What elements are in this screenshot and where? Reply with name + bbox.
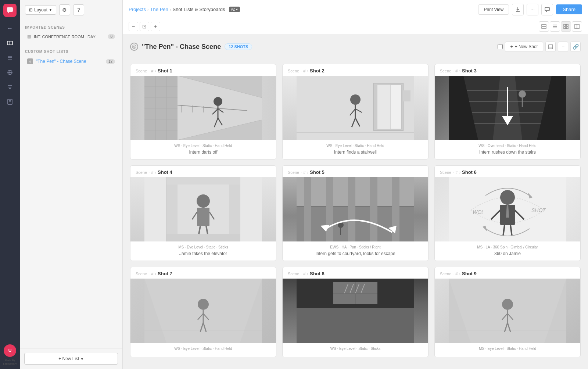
zoom-fit-button[interactable]: ⊡ (140, 22, 149, 31)
breadcrumb-pen[interactable]: The Pen (150, 7, 168, 12)
sidebar: ⊞ Layout ▼ ⚙ ? IMPORTED SCENES ▤ INT. CO… (20, 0, 123, 369)
svg-point-109 (500, 190, 515, 205)
shot-image[interactable] (435, 76, 580, 140)
shot-title[interactable]: Shot 4 (158, 169, 172, 175)
nav-back-icon[interactable]: ← (4, 22, 16, 35)
zoom-in-button[interactable]: + (151, 22, 160, 31)
shot-specs: WS · Eye Level · Static · Sticks (288, 347, 423, 351)
nav-list-icon[interactable] (4, 51, 16, 64)
shot-scene-label: Scene (136, 272, 147, 276)
shot-image[interactable] (283, 177, 428, 241)
shot-scene-label: Scene (288, 170, 299, 175)
shot-card-9: Scene · # › Shot 9 MS · Eye Level · Stat… (434, 267, 581, 357)
layout-icon: ⊞ (29, 7, 33, 12)
zoom-controls: − ⊡ + (129, 22, 160, 31)
more-options-button[interactable]: ··· (527, 4, 538, 15)
help-button[interactable]: ? (73, 4, 84, 15)
breadcrumb-projects[interactable]: Projects (129, 7, 146, 12)
shot-image[interactable] (130, 76, 276, 140)
icon-bar: ← U Made ByLeanometry (0, 0, 20, 369)
sidebar-toolbar: ⊞ Layout ▼ ⚙ ? (20, 0, 122, 20)
shot-title[interactable]: Shot 7 (158, 271, 172, 276)
shot-hash: # (455, 170, 458, 175)
shot-footer: WS · Eye Level · Static · Hand Held Inte… (130, 140, 276, 159)
shot-header: Scene · # › Shot 5 (283, 166, 428, 177)
view-rows-button[interactable] (539, 21, 549, 32)
shot-card-3: Scene · # › Shot 3 (434, 64, 581, 160)
scene-icon: ▤ (27, 34, 31, 39)
user-avatar[interactable]: U (4, 344, 16, 357)
comment-button[interactable] (541, 4, 553, 15)
svg-rect-131 (297, 308, 414, 343)
share-button[interactable]: Share (556, 4, 582, 14)
shot-footer: WS · Eye Level · Static · Hand Held (130, 343, 276, 357)
settings-button[interactable]: ⚙ (59, 4, 70, 15)
view-grid-button[interactable] (561, 21, 571, 32)
nav-filter-icon[interactable] (4, 81, 16, 93)
sidebar-item-label: INT. CONFERENCE ROOM · DAY (34, 35, 96, 39)
shot-scene-label: Scene (440, 272, 451, 276)
shot-specs: MS · Eye Level · Static · Sticks (136, 245, 271, 249)
svg-rect-24 (564, 24, 566, 26)
svg-rect-101 (348, 177, 355, 241)
version-badge[interactable]: v2 ▾ (229, 7, 240, 12)
shot-image[interactable] (130, 177, 276, 241)
shot-title[interactable]: Shot 1 (158, 68, 172, 74)
sidebar-item-conference-room[interactable]: ▤ INT. CONFERENCE ROOM · DAY 0 (22, 32, 120, 42)
scene-count-badge: 0 (108, 34, 115, 39)
shot-hash: # (151, 272, 153, 276)
svg-rect-20 (542, 27, 546, 28)
nav-scene-icon[interactable] (4, 66, 16, 79)
shot-description: Intern darts off (136, 150, 271, 155)
view-list-button[interactable] (550, 21, 560, 32)
shot-title[interactable]: Shot 5 (310, 169, 325, 175)
scene-checkbox[interactable] (498, 44, 503, 49)
shot-arrow: › (307, 272, 308, 276)
new-shot-button[interactable]: + + New Shot (505, 42, 543, 52)
breadcrumb: Projects › The Pen › Shot Lists & Storyb… (129, 7, 240, 12)
scene-header: "The Pen" - Chase Scene 12 SHOTS + + New… (130, 42, 581, 52)
shot-title[interactable]: Shot 6 (462, 169, 477, 175)
shot-image[interactable] (435, 279, 580, 343)
scene-divider (130, 58, 581, 58)
svg-point-50 (214, 97, 222, 106)
shot-footer: MS · Eye Level · Static · Sticks Jamie t… (130, 241, 276, 261)
shot-image[interactable] (283, 76, 428, 140)
layout-button[interactable]: ⊞ Layout ▼ (25, 5, 56, 15)
shot-separator: · (453, 69, 454, 73)
shot-image[interactable] (130, 279, 276, 343)
shot-title[interactable]: Shot 3 (462, 68, 477, 74)
shot-view-list-btn[interactable]: − (558, 42, 568, 52)
shot-footer: EWS · HA · Pan · Sticks / Right Intern g… (283, 241, 428, 261)
shot-title[interactable]: Shot 2 (310, 68, 325, 74)
svg-rect-87 (166, 184, 178, 234)
shot-title[interactable]: Shot 9 (462, 271, 477, 276)
shot-link-btn[interactable]: 🔗 (570, 42, 581, 52)
plus-icon: + (510, 44, 513, 49)
download-button[interactable] (512, 4, 524, 15)
shot-hash: # (455, 272, 458, 276)
shot-specs: EWS · HA · Pan · Sticks / Right (288, 245, 423, 249)
nav-book-icon[interactable] (4, 96, 16, 108)
print-view-button[interactable]: Print View (478, 4, 509, 15)
new-list-button[interactable]: + New List ▼ (24, 353, 118, 365)
shot-card-7: Scene · # › Shot 7 WS · Eye Level · Stat… (130, 267, 276, 357)
made-by-label: Made ByLeanometry (3, 359, 17, 365)
view-full-button[interactable] (572, 21, 582, 32)
shot-description: Intern gets to courtyard, looks for esca… (288, 251, 423, 256)
shot-arrow: › (459, 69, 460, 73)
app-logo[interactable] (3, 4, 17, 17)
sidebar-item-chase-scene[interactable]: ⊙ "The Pen" - Chase Scene 12 (22, 56, 120, 67)
shot-image[interactable] (283, 279, 428, 343)
zoom-out-button[interactable]: − (129, 22, 138, 31)
shot-card-5: Scene · # › Shot 5 (282, 165, 429, 261)
shot-separator: · (148, 272, 150, 276)
shot-header: Scene · # › Shot 6 (435, 166, 580, 177)
shot-scene-label: Scene (136, 69, 147, 73)
shot-image[interactable]: WOt SHOT (435, 177, 580, 241)
nav-storyboard-icon[interactable] (4, 37, 16, 49)
svg-rect-18 (545, 7, 549, 11)
shot-view-panel-btn[interactable] (545, 42, 556, 52)
shot-hash: # (303, 69, 305, 73)
shot-title[interactable]: Shot 8 (310, 271, 325, 276)
